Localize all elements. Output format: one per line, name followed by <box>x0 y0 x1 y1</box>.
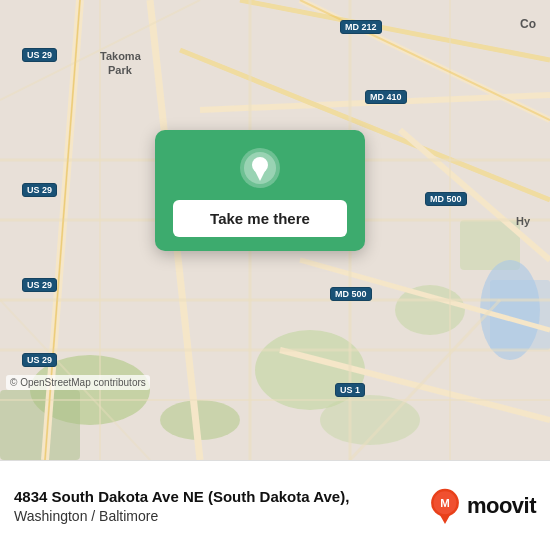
badge-md212: MD 212 <box>340 20 382 34</box>
svg-text:Park: Park <box>108 64 133 76</box>
badge-md500-1: MD 500 <box>425 192 467 206</box>
moovit-pin-icon: M <box>427 488 463 524</box>
svg-text:Co: Co <box>520 17 536 31</box>
moovit-text: moovit <box>467 493 536 519</box>
badge-us29-4: US 29 <box>22 353 57 367</box>
svg-point-3 <box>395 285 465 335</box>
svg-text:Takoma: Takoma <box>100 50 142 62</box>
address-line: 4834 South Dakota Ave NE (South Dakota A… <box>14 487 417 507</box>
moovit-logo: M moovit <box>427 488 536 524</box>
badge-md410: MD 410 <box>365 90 407 104</box>
badge-us29-1: US 29 <box>22 48 57 62</box>
city-line: Washington / Baltimore <box>14 508 417 524</box>
take-me-there-button[interactable]: Take me there <box>173 200 347 237</box>
info-text: 4834 South Dakota Ave NE (South Dakota A… <box>14 487 417 525</box>
badge-md500-2: MD 500 <box>330 287 372 301</box>
popup-card: Take me there <box>155 130 365 251</box>
location-pin-icon <box>238 146 282 190</box>
map-container: Takoma Park Co Hy US 29 US 29 US 29 US 2… <box>0 0 550 460</box>
svg-text:Hy: Hy <box>516 215 531 227</box>
copyright-notice: © OpenStreetMap contributors <box>6 375 150 390</box>
info-bar: 4834 South Dakota Ave NE (South Dakota A… <box>0 460 550 550</box>
svg-text:M: M <box>440 496 450 508</box>
badge-us29-3: US 29 <box>22 278 57 292</box>
badge-us1: US 1 <box>335 383 365 397</box>
badge-us29-2: US 29 <box>22 183 57 197</box>
